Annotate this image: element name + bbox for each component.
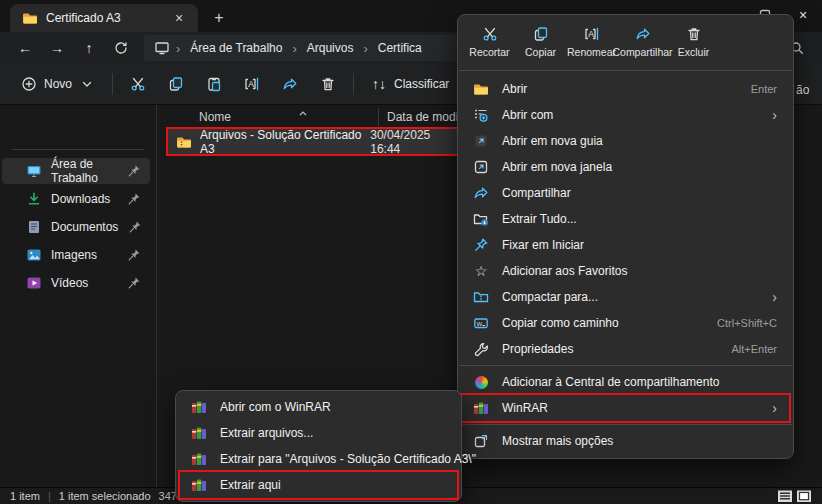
copy-button[interactable] bbox=[159, 69, 193, 99]
menu-item-shortcut: Ctrl+Shift+C bbox=[717, 317, 777, 329]
sidebar-divider bbox=[12, 149, 144, 150]
rename-button[interactable]: A bbox=[235, 69, 269, 99]
sidebar-item-label: Documentos bbox=[51, 220, 118, 234]
zip-folder-icon bbox=[176, 134, 192, 150]
sidebar-item-videos[interactable]: Vídeos bbox=[2, 270, 150, 296]
command-label: Compartilhar bbox=[612, 46, 672, 58]
thumbnail-view-button[interactable] bbox=[796, 488, 812, 504]
winrar-submenu-item-abrir-com-o-winrar[interactable]: Abrir com o WinRAR bbox=[180, 394, 457, 420]
command-label: Renomear bbox=[567, 46, 616, 58]
context-menu-item-abrir[interactable]: AbrirEnter bbox=[462, 76, 789, 102]
column-header-nome[interactable]: Nome bbox=[157, 108, 379, 126]
context-menu-item-adicionar-aos-favoritos[interactable]: ☆Adicionar aos Favoritos bbox=[462, 258, 789, 284]
context-menu-item-mostrar-mais-opcoes[interactable]: Mostrar mais opções bbox=[462, 428, 789, 454]
menu-separator bbox=[459, 70, 792, 71]
sidebar-item-imagens[interactable]: Imagens bbox=[2, 242, 150, 268]
pin-icon bbox=[473, 237, 489, 253]
refresh-button[interactable] bbox=[106, 34, 136, 62]
sidebar-item-documentos[interactable]: Documentos bbox=[2, 214, 150, 240]
folder-icon bbox=[473, 81, 489, 97]
context-menu-item-compartilhar[interactable]: Compartilhar bbox=[462, 180, 789, 206]
command-label: Excluir bbox=[678, 46, 710, 58]
command-compartilhar[interactable]: Compartilhar bbox=[617, 19, 668, 65]
share-center-icon bbox=[473, 374, 489, 390]
documents-icon bbox=[26, 219, 42, 235]
breadcrumb-items: ›Área de Trabalho›Arquivos›Certifica bbox=[174, 40, 426, 56]
sidebar-items: Área de TrabalhoDownloadsDocumentosImage… bbox=[0, 158, 156, 296]
tab-title: Certificado A3 bbox=[46, 11, 160, 25]
trash-icon bbox=[320, 76, 336, 92]
context-menu-item-extrair-tudo[interactable]: Extrair Tudo... bbox=[462, 206, 789, 232]
extract-all-icon bbox=[473, 211, 489, 227]
command-excluir[interactable]: Excluir bbox=[668, 19, 719, 65]
menu-item-label: Copiar como caminho bbox=[502, 316, 619, 330]
share-button[interactable] bbox=[273, 69, 307, 99]
file-row-arquivos-solucao-certificado-a3[interactable]: Arquivos - Solução Certificado A330/04/2… bbox=[168, 129, 461, 154]
winrar-submenu-item-extrair-aqui[interactable]: Extrair aqui bbox=[180, 472, 457, 498]
context-menu-item-abrir-em-nova-janela[interactable]: Abrir em nova janela bbox=[462, 154, 789, 180]
context-menu-item-abrir-com[interactable]: Abrir com› bbox=[462, 102, 789, 128]
sidebar-item-label: Downloads bbox=[51, 192, 110, 206]
selection-count: 1 item selecionado bbox=[59, 490, 151, 502]
menu-item-label: Mostrar mais opções bbox=[502, 434, 613, 448]
context-menu-item-adicionar-a-central-de-compartilhamento[interactable]: Adicionar à Central de compartilhamento bbox=[462, 369, 789, 395]
pin-icon bbox=[126, 191, 142, 207]
rename-icon: A bbox=[584, 26, 600, 42]
trash-icon bbox=[686, 26, 702, 42]
file-modified-date: 30/04/2025 16:44 bbox=[370, 128, 455, 156]
submenu-arrow-icon: › bbox=[772, 107, 777, 123]
scissors-icon bbox=[130, 76, 146, 92]
explorer-tab[interactable]: Certificado A3 × bbox=[10, 4, 198, 32]
command-copiar[interactable]: Copiar bbox=[515, 19, 566, 65]
star-icon: ☆ bbox=[473, 263, 489, 279]
new-button[interactable]: Novo bbox=[12, 69, 104, 99]
chevron-down-icon bbox=[79, 76, 95, 92]
share-icon bbox=[282, 76, 298, 92]
downloads-icon bbox=[26, 191, 42, 207]
monitor-icon bbox=[154, 40, 170, 56]
menu-item-label: Adicionar aos Favoritos bbox=[502, 264, 627, 278]
arrow-left-button[interactable]: ← bbox=[10, 34, 40, 62]
breadcrumb-item-arquivos[interactable]: Arquivos bbox=[303, 40, 358, 56]
breadcrumb-item-certifica[interactable]: Certifica bbox=[374, 40, 426, 56]
winrar-icon bbox=[191, 477, 207, 493]
context-menu-item-fixar-em-iniciar[interactable]: Fixar em Iniciar bbox=[462, 232, 789, 258]
context-menu-item-abrir-em-nova-guia[interactable]: Abrir em nova guia bbox=[462, 128, 789, 154]
trash-button[interactable] bbox=[311, 69, 345, 99]
sidebar-item-area-de-trabalho[interactable]: Área de Trabalho bbox=[2, 158, 150, 184]
new-tab-button[interactable]: + bbox=[208, 7, 230, 29]
menu-item-label: Propriedades bbox=[502, 342, 573, 356]
breadcrumb-item-area-de-trabalho[interactable]: Área de Trabalho bbox=[186, 40, 286, 56]
list-view-button[interactable] bbox=[777, 488, 793, 504]
sidebar-item-downloads[interactable]: Downloads bbox=[2, 186, 150, 212]
compress-icon bbox=[473, 289, 489, 305]
menu-item-label: Abrir em nova janela bbox=[502, 160, 612, 174]
menu-item-label: Extrair aqui bbox=[220, 478, 281, 492]
svg-text:A: A bbox=[588, 29, 594, 39]
scissors-button[interactable] bbox=[121, 69, 155, 99]
context-menu-item-compactar-para[interactable]: Compactar para...› bbox=[462, 284, 789, 310]
winrar-submenu-item-extrair-para-arquivos-solucao-certificado-a3[interactable]: Extrair para "Arquivos - Solução Certifi… bbox=[180, 446, 457, 472]
view-toggles bbox=[777, 488, 812, 504]
rename-icon: A bbox=[244, 76, 260, 92]
sort-arrows-icon: ↑↓ bbox=[371, 76, 387, 92]
menu-item-label: Extrair Tudo... bbox=[502, 212, 577, 226]
tab-folder-icon bbox=[22, 10, 38, 26]
command-renomear[interactable]: ARenomear bbox=[566, 19, 617, 65]
winrar-submenu-item-extrair-arquivos[interactable]: Extrair arquivos... bbox=[180, 420, 457, 446]
pin-icon bbox=[126, 275, 142, 291]
more-options-icon bbox=[473, 433, 489, 449]
tab-close-icon[interactable]: × bbox=[168, 7, 190, 29]
menu-item-label: Abrir bbox=[502, 82, 527, 96]
videos-icon bbox=[26, 275, 42, 291]
context-menu-item-propriedades[interactable]: PropriedadesAlt+Enter bbox=[462, 336, 789, 362]
context-menu-item-copiar-como-caminho[interactable]: WCopiar como caminhoCtrl+Shift+C bbox=[462, 310, 789, 336]
toolbar-buttons: A bbox=[121, 69, 345, 99]
context-menu-item-winrar[interactable]: WinRAR› bbox=[462, 395, 789, 421]
arrow-up-button[interactable]: ↑ bbox=[74, 34, 104, 62]
paste-button[interactable] bbox=[197, 69, 231, 99]
new-window-icon bbox=[473, 159, 489, 175]
command-label: Recortar bbox=[469, 46, 509, 58]
pin-icon bbox=[126, 163, 142, 179]
command-recortar[interactable]: Recortar bbox=[464, 19, 515, 65]
